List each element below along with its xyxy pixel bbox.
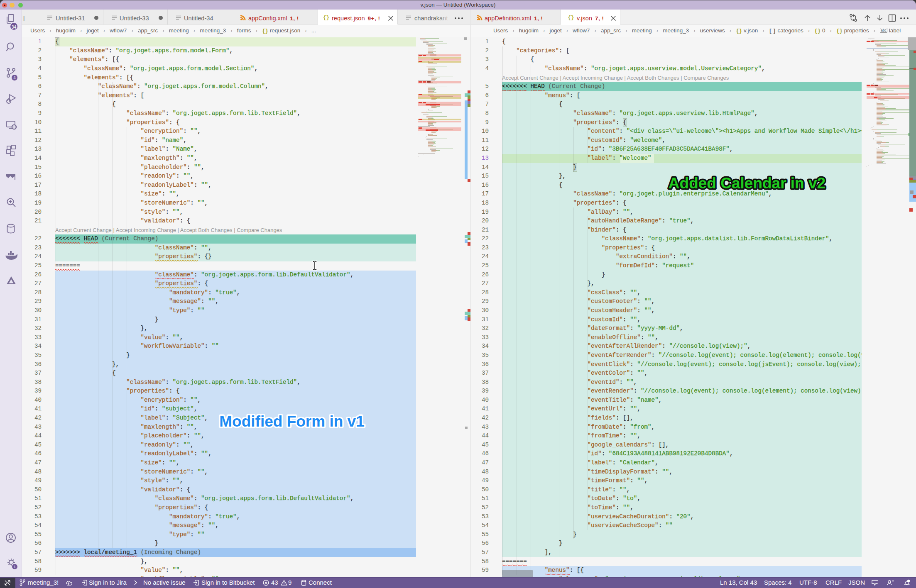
svg-text:Modified Form in v1: Modified Form in v1 [219,413,364,430]
svg-text:Added Calendar in v2: Added Calendar in v2 [669,175,825,192]
